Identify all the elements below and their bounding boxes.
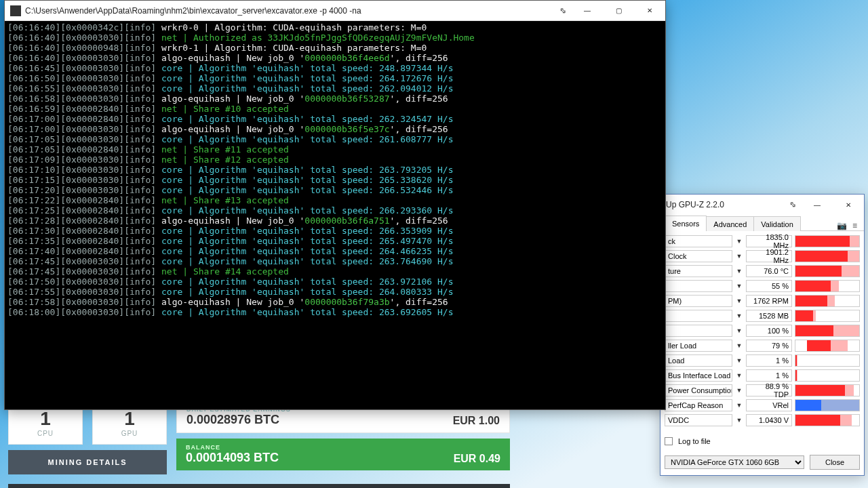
sensor-value[interactable]: 1901.2 MHz: [746, 250, 792, 262]
sensor-row: ller Load▼79 %: [665, 338, 860, 353]
sensor-graph[interactable]: [795, 384, 860, 396]
chevron-down-icon[interactable]: ▼: [735, 253, 743, 260]
chevron-down-icon[interactable]: ▼: [735, 402, 743, 409]
sensor-name[interactable]: Bus Interface Load: [665, 369, 732, 382]
gpu-select[interactable]: NVIDIA GeForce GTX 1060 6GB: [665, 455, 804, 469]
sensor-value[interactable]: VRel: [746, 399, 792, 411]
chevron-down-icon[interactable]: ▼: [735, 268, 743, 274]
gpu-label: GPU: [121, 430, 138, 437]
sensor-value[interactable]: 76.0 °C: [746, 265, 792, 277]
gpuz-window: Up GPU-Z 2.2.0 ⇔ — ✕ Sensors Advanced Va…: [660, 194, 865, 476]
cpu-label: CPU: [37, 430, 54, 437]
sensor-graph[interactable]: [795, 235, 860, 247]
sensor-graph[interactable]: [795, 369, 860, 382]
sensor-value[interactable]: 1 %: [746, 354, 792, 367]
sensor-graph[interactable]: [795, 414, 860, 426]
sensor-graph[interactable]: [795, 399, 860, 411]
minimize-button[interactable]: —: [572, 1, 603, 20]
chevron-down-icon[interactable]: ▼: [735, 238, 743, 245]
daily-earnings-btc: 0.00028976 BTC: [186, 413, 453, 427]
sensor-name[interactable]: VDDC: [665, 414, 732, 426]
sensor-value[interactable]: 1762 RPM: [746, 295, 792, 307]
sensor-value[interactable]: 88.9 % TDP: [746, 384, 792, 396]
gpu-count: 1: [124, 408, 135, 430]
tab-advanced[interactable]: Advanced: [706, 216, 754, 231]
balance-eur: EUR 0.49: [454, 453, 500, 465]
chevron-down-icon[interactable]: ▼: [735, 342, 743, 349]
sensor-name[interactable]: ck: [665, 235, 732, 247]
camera-icon[interactable]: 📷: [837, 221, 847, 230]
chevron-down-icon[interactable]: ▼: [735, 283, 743, 289]
sensor-graph[interactable]: [795, 265, 860, 277]
sensor-name[interactable]: Power Consumption: [665, 384, 732, 396]
chevron-down-icon[interactable]: ▼: [735, 387, 743, 394]
sensor-row: Bus Interface Load▼1 %: [665, 368, 860, 383]
sensor-name[interactable]: PM): [665, 295, 732, 307]
console-output[interactable]: [06:16:40][0x0000342c][info] wrkr0-0 | A…: [5, 21, 665, 409]
sensor-graph[interactable]: [795, 340, 860, 352]
sensor-name[interactable]: [665, 310, 732, 322]
close-button[interactable]: ✕: [833, 195, 864, 215]
gpuz-titlebar[interactable]: Up GPU-Z 2.2.0 ⇔ — ✕: [660, 195, 864, 215]
sensor-graph[interactable]: [795, 354, 860, 367]
maximize-button[interactable]: ▢: [603, 1, 634, 20]
chevron-down-icon[interactable]: ▼: [735, 357, 743, 364]
sensor-row: ▼55 %: [665, 279, 860, 293]
sensor-name[interactable]: ller Load: [665, 340, 732, 352]
console-app-icon: [10, 5, 21, 16]
sensor-name[interactable]: ture: [665, 265, 732, 277]
tab-sensors[interactable]: Sensors: [665, 216, 707, 231]
sensor-row: PerfCap Reason▼VRel: [665, 398, 860, 413]
console-titlebar[interactable]: C:\Users\Anwender\AppData\Roaming\nhm2\b…: [5, 1, 665, 21]
gpuz-title: Up GPU-Z 2.2.0: [666, 200, 789, 209]
console-title: C:\Users\Anwender\AppData\Roaming\nhm2\b…: [25, 6, 559, 16]
gpuz-sensor-list: ck▼1835.0 MHzClock▼1901.2 MHzture▼76.0 °…: [660, 231, 864, 433]
sensor-name[interactable]: PerfCap Reason: [665, 399, 732, 411]
gpuz-tabs: Sensors Advanced Validation 📷 ≡: [660, 215, 864, 231]
chevron-down-icon[interactable]: ▼: [735, 298, 743, 304]
sensor-row: ▼100 %: [665, 323, 860, 338]
daily-earnings-eur: EUR 1.00: [453, 415, 500, 427]
minimize-button[interactable]: —: [802, 195, 833, 215]
sensor-graph[interactable]: [795, 325, 860, 337]
chevron-down-icon[interactable]: ▼: [735, 417, 743, 424]
sensor-row: VDDC▼1.0430 V: [665, 413, 860, 428]
sensor-value[interactable]: 55 %: [746, 280, 792, 292]
sensor-value[interactable]: 100 %: [746, 325, 792, 337]
sensor-value[interactable]: 1835.0 MHz: [746, 235, 792, 247]
sensor-row: ck▼1835.0 MHz: [665, 234, 860, 249]
sensor-value[interactable]: 1 %: [746, 369, 792, 382]
sensor-row: Load▼1 %: [665, 353, 860, 368]
menu-icon[interactable]: ≡: [852, 221, 857, 230]
log-to-file-checkbox[interactable]: [665, 437, 673, 445]
sensor-name[interactable]: [665, 325, 732, 337]
balance-btc: 0.00014093 BTC: [186, 451, 454, 465]
chevron-down-icon[interactable]: ▼: [735, 372, 743, 379]
sensor-name[interactable]: Load: [665, 354, 732, 367]
sensor-row: ture▼76.0 °C: [665, 264, 860, 279]
mining-status-bar: Current Mining Status: Active - Running.: [8, 484, 510, 488]
sensor-value[interactable]: 79 %: [746, 340, 792, 352]
chevron-down-icon[interactable]: ▼: [735, 327, 743, 334]
miner-panel: 1 CPU 1 GPU MINING DETAILS DAILY ESTIMAT…: [8, 400, 510, 488]
sensor-row: Power Consumption▼88.9 % TDP: [665, 383, 860, 398]
sensor-name[interactable]: Clock: [665, 250, 732, 262]
chevron-down-icon[interactable]: ▼: [735, 312, 743, 319]
mining-details-button[interactable]: MINING DETAILS: [8, 450, 167, 474]
tab-validation[interactable]: Validation: [753, 216, 801, 231]
sensor-graph[interactable]: [795, 280, 860, 292]
sensor-name[interactable]: [665, 280, 732, 292]
sensor-value[interactable]: 1.0430 V: [746, 414, 792, 426]
log-to-file-label: Log to file: [678, 437, 711, 445]
sensor-row: ▼1528 MB: [665, 308, 860, 323]
balance-title: BALANCE: [186, 444, 454, 451]
sensor-row: Clock▼1901.2 MHz: [665, 249, 860, 264]
sensor-graph[interactable]: [795, 250, 860, 262]
sensor-value[interactable]: 1528 MB: [746, 310, 792, 322]
gpuz-close-button[interactable]: Close: [810, 455, 860, 470]
balance-box: BALANCE 0.00014093 BTC EUR 0.49: [176, 439, 510, 470]
cpu-count: 1: [40, 408, 51, 430]
sensor-graph[interactable]: [795, 310, 860, 322]
sensor-graph[interactable]: [795, 295, 860, 307]
close-button[interactable]: ✕: [634, 1, 665, 20]
